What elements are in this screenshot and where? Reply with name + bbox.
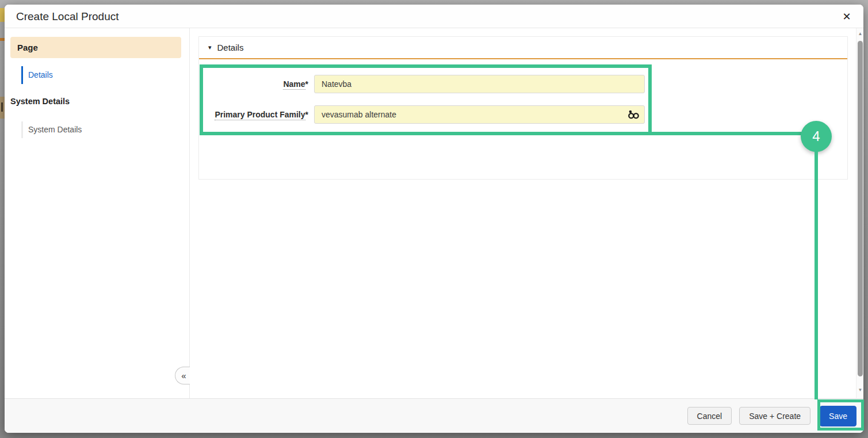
modal-body: Page Details System Details System Detai… xyxy=(5,28,863,398)
details-form: Name* Primary Product Family* xyxy=(199,59,847,124)
form-row-name: Name* xyxy=(199,75,847,93)
primary-product-family-input-wrap xyxy=(314,105,645,124)
modal-title: Create Local Product xyxy=(16,5,119,28)
backdrop-fragment xyxy=(1,102,3,112)
sidebar-section-system-details[interactable]: System Details xyxy=(10,96,70,107)
required-marker: * xyxy=(305,79,308,89)
scroll-up-icon[interactable]: ▲ xyxy=(856,31,864,37)
dimmed-backdrop: Create Local Product ✕ Page Details Syst… xyxy=(0,0,868,438)
sidebar-section-page[interactable]: Page xyxy=(10,37,181,58)
name-field-label: Name* xyxy=(199,79,308,89)
modal-footer: Cancel Save + Create Save xyxy=(5,398,863,433)
sidebar: Page Details System Details System Detai… xyxy=(5,28,190,398)
sidebar-collapse-button[interactable]: « xyxy=(175,367,190,384)
details-section-header[interactable]: ▾ Details xyxy=(199,37,847,59)
required-marker: * xyxy=(305,110,308,119)
form-row-primary-product-family: Primary Product Family* xyxy=(199,105,847,124)
name-input-wrap xyxy=(314,75,645,93)
cancel-button[interactable]: Cancel xyxy=(687,407,732,425)
backdrop-fragment xyxy=(0,38,5,41)
details-section-title: Details xyxy=(217,43,244,52)
save-create-button[interactable]: Save + Create xyxy=(739,407,810,425)
scroll-down-icon[interactable]: ▼ xyxy=(856,387,864,394)
sidebar-item-details[interactable]: Details xyxy=(21,66,53,84)
name-field[interactable] xyxy=(314,75,645,93)
sidebar-item-system-details[interactable]: System Details xyxy=(21,121,82,138)
modal-header: Create Local Product ✕ xyxy=(5,5,863,28)
details-section: ▾ Details Name* Primary Produ xyxy=(198,36,848,180)
create-local-product-modal: Create Local Product ✕ Page Details Syst… xyxy=(5,5,863,433)
close-icon[interactable]: ✕ xyxy=(839,9,854,24)
primary-product-family-field[interactable] xyxy=(314,105,645,124)
save-button[interactable]: Save xyxy=(820,406,856,426)
chevron-down-icon: ▾ xyxy=(208,44,212,51)
chevron-double-left-icon: « xyxy=(181,371,186,380)
scrollbar-thumb[interactable] xyxy=(858,41,863,376)
binoculars-icon[interactable] xyxy=(628,109,640,120)
backdrop-fragment xyxy=(0,8,5,22)
primary-product-family-field-label: Primary Product Family* xyxy=(199,110,308,119)
scrollbar[interactable]: ▲ ▼ xyxy=(856,28,863,398)
